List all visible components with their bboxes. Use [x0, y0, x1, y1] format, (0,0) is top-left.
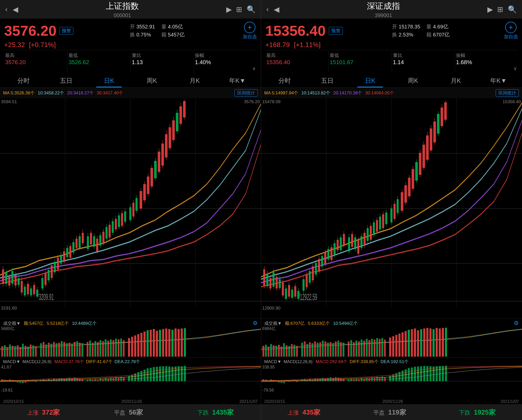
right-tab-5[interactable]: 年K▼	[477, 74, 520, 87]
left-prev-arrow[interactable]: ◀	[13, 5, 18, 14]
svg-rect-178	[168, 329, 170, 357]
svg-rect-453	[312, 379, 313, 381]
right-vol-title[interactable]: 成交额▼	[264, 320, 282, 326]
right-settings-icon[interactable]: ⚙	[514, 320, 519, 327]
right-back-arrow[interactable]: ‹	[266, 5, 269, 13]
left-macd-title[interactable]: MACD▼	[3, 359, 20, 364]
svg-rect-120	[4, 345, 6, 357]
svg-rect-383	[301, 343, 303, 357]
svg-rect-139	[56, 343, 57, 357]
svg-rect-408	[368, 340, 370, 357]
left-vol-label: 量 4.05亿	[161, 23, 187, 30]
left-ma-bar: MA 5:3526.36个 10:3458.22个 20:3418.27个 30…	[0, 88, 261, 98]
right-add-favorite[interactable]: + 加自选	[504, 22, 518, 40]
svg-rect-148	[79, 343, 81, 357]
left-chart: 3594.51 3576.20 3191.60	[0, 98, 261, 319]
left-next-arrow[interactable]: ▶	[226, 5, 232, 14]
left-price-top: 3594.51	[1, 99, 17, 104]
svg-rect-482	[392, 374, 394, 381]
right-macd-title[interactable]: MACD▼	[264, 359, 282, 364]
right-tab-0[interactable]: 分时	[263, 74, 306, 87]
svg-rect-424	[417, 330, 419, 357]
left-price-max: 3576.20	[244, 99, 260, 104]
svg-rect-388	[314, 341, 316, 357]
left-bottom-up: 上涨 372家	[27, 408, 60, 417]
svg-rect-181	[178, 329, 180, 357]
right-vol-val: 额:6707亿	[285, 320, 305, 326]
svg-rect-493	[426, 366, 428, 381]
left-panel: ‹ ◀ 上证指数 000001 ▶ ⊞ 🔍 3576.20 预警	[0, 0, 261, 420]
left-zone-btn[interactable]: 区间统计	[234, 89, 258, 97]
left-change-pct: [+0.71%]	[29, 41, 56, 49]
svg-rect-211	[71, 378, 73, 381]
right-macd-max: 338.85	[262, 365, 275, 370]
svg-rect-180	[175, 328, 177, 357]
right-zone-btn[interactable]: 区间统计	[496, 89, 519, 97]
svg-rect-163	[120, 339, 122, 357]
svg-rect-412	[379, 339, 381, 357]
right-main-price: 15356.40	[265, 24, 326, 38]
left-alert-badge[interactable]: 预警	[59, 27, 73, 35]
svg-rect-146	[74, 342, 75, 357]
svg-rect-472	[363, 379, 365, 381]
svg-rect-208	[63, 379, 65, 381]
right-amount-label: 额 6707亿	[426, 31, 455, 38]
left-tab-1[interactable]: 五日	[45, 74, 88, 87]
right-tab-4[interactable]: 月K	[434, 74, 477, 87]
left-portfolio-icon[interactable]: ⊞	[236, 5, 242, 14]
left-tab-5[interactable]: 年K▼	[216, 74, 259, 87]
svg-rect-376	[281, 347, 282, 357]
left-tab-0[interactable]: 分时	[2, 74, 45, 87]
right-ma-bar: MA 5:14997.94个 10:14513.82个 20:14170.38个…	[261, 88, 522, 98]
left-title: 上证指数	[106, 1, 139, 12]
right-ma20: 20:14170.38个	[333, 90, 362, 96]
right-chart: 15478.09 15356.40 12800.90	[261, 98, 522, 319]
svg-rect-428	[429, 328, 432, 357]
left-ma5: MA 5:3526.36个	[3, 90, 35, 96]
right-high: 最高 15356.40	[265, 52, 328, 72]
left-tab-2[interactable]: 日K	[88, 74, 131, 87]
left-search-icon[interactable]: 🔍	[247, 5, 256, 14]
left-vol-title[interactable]: 成交额▼	[3, 320, 21, 326]
right-macd-min: -79.56	[262, 388, 274, 393]
right-alert-badge[interactable]: 预警	[329, 27, 343, 35]
left-volume: 成交额▼ 额:5457亿 5:5218亿个 10:4489亿个 ⚙ 5680亿	[0, 319, 261, 357]
left-tab-4[interactable]: 月K	[173, 74, 216, 87]
svg-rect-138	[53, 342, 55, 357]
left-macd-diff: DIFF:41.67个	[86, 359, 112, 365]
svg-rect-409	[371, 339, 373, 357]
right-tab-2[interactable]: 日K	[349, 74, 392, 87]
left-expand-btn[interactable]: ∨	[195, 66, 256, 71]
svg-rect-403	[355, 341, 357, 357]
right-next-arrow[interactable]: ▶	[487, 5, 493, 14]
left-back-arrow[interactable]: ‹	[5, 5, 7, 13]
left-settings-icon[interactable]: ⚙	[253, 320, 258, 327]
left-date-0: 2020/10/15	[3, 399, 24, 404]
svg-rect-400	[348, 341, 350, 357]
right-volume: 成交额▼ 额:6707亿 5:6333亿个 10:5494亿个 ⚙ 6984亿	[261, 319, 522, 357]
right-code: 399001	[375, 12, 392, 18]
svg-rect-422	[411, 329, 413, 357]
svg-rect-122	[9, 344, 11, 357]
svg-rect-401	[350, 340, 352, 357]
svg-rect-193	[22, 381, 24, 383]
svg-rect-169	[140, 333, 142, 357]
right-tab-1[interactable]: 五日	[306, 74, 349, 87]
left-add-favorite[interactable]: + 加自选	[243, 22, 257, 40]
svg-rect-464	[340, 378, 342, 381]
left-tab-3[interactable]: 周K	[131, 74, 173, 87]
right-bottom-down: 下跌 1925家	[459, 408, 495, 417]
svg-rect-137	[50, 344, 52, 357]
right-search-icon[interactable]: 🔍	[508, 5, 517, 14]
svg-rect-121	[6, 347, 8, 357]
right-tab-3[interactable]: 周K	[392, 74, 435, 87]
right-macd-params: MACD(12,26,9):	[284, 359, 314, 364]
right-prev-arrow[interactable]: ◀	[274, 5, 279, 14]
svg-rect-378	[286, 345, 288, 357]
svg-rect-455	[317, 379, 319, 381]
svg-rect-486	[405, 369, 407, 381]
svg-rect-158	[107, 341, 109, 357]
left-low: 最低 3526.62	[67, 52, 130, 72]
right-expand-btn[interactable]: ∨	[456, 66, 517, 71]
right-portfolio-icon[interactable]: ⊞	[497, 5, 503, 14]
